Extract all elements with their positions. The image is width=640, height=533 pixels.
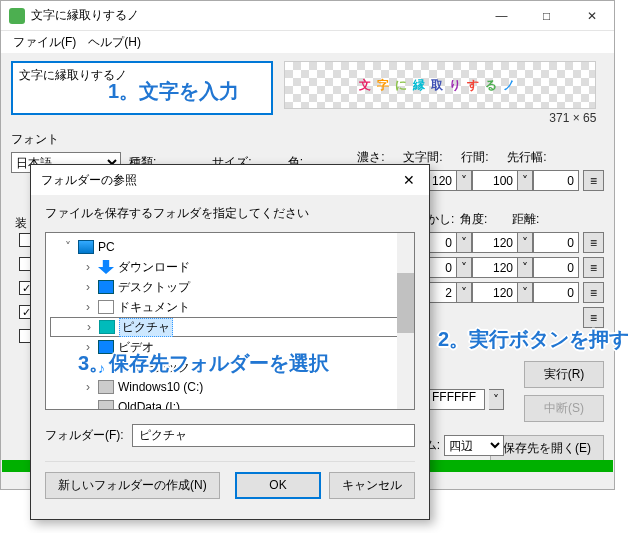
run-button[interactable]: 実行(R)	[524, 361, 604, 388]
lead-input[interactable]: 0	[533, 170, 579, 191]
dialog-titlebar: フォルダーの参照 ✕	[31, 165, 429, 195]
abort-button: 中断(S)	[524, 395, 604, 422]
menu-file[interactable]: ファイル(F)	[9, 32, 80, 53]
folder-field-input[interactable]	[132, 424, 415, 447]
maximize-button[interactable]: □	[524, 1, 569, 31]
preview-text: 文字に縁取りするノ	[285, 62, 595, 108]
tree-node-pc[interactable]: ˅PC	[50, 237, 410, 257]
line-input[interactable]: 100	[472, 170, 518, 191]
tree-node-videos[interactable]: ›ビデオ	[50, 337, 410, 357]
new-folder-button[interactable]: 新しいフォルダーの作成(N)	[45, 472, 220, 499]
open-save-location-button[interactable]: 保存先を開く(E)	[490, 435, 604, 462]
color-hex-input[interactable]: FFFFFF	[427, 389, 485, 410]
preview-area: 文字に縁取りするノ 371 × 65	[284, 61, 596, 125]
menubar: ファイル(F) ヘルプ(H)	[1, 31, 614, 53]
preview-dimensions: 371 × 65	[284, 111, 596, 125]
dialog-title: フォルダーの参照	[41, 172, 389, 189]
dialog-instruction: ファイルを保存するフォルダを指定してください	[45, 205, 415, 222]
window-title: 文字に縁取りするノ	[31, 7, 479, 24]
options-icon[interactable]: ≡	[583, 170, 604, 191]
trim-select[interactable]: 四辺	[444, 435, 504, 456]
tree-scrollbar[interactable]	[397, 233, 414, 409]
tree-node-documents[interactable]: ›ドキュメント	[50, 297, 410, 317]
tree-node-olddata[interactable]: OldData (I:)	[50, 397, 410, 410]
tree-node-downloads[interactable]: ›ダウンロード	[50, 257, 410, 277]
minimize-button[interactable]: —	[479, 1, 524, 31]
cancel-button[interactable]: キャンセル	[329, 472, 415, 499]
folder-field-label: フォルダー(F):	[45, 427, 124, 444]
tree-node-drive-c[interactable]: ›Windows10 (C:)	[50, 377, 410, 397]
titlebar: 文字に縁取りするノ — □ ✕	[1, 1, 614, 31]
menu-help[interactable]: ヘルプ(H)	[84, 32, 145, 53]
app-icon	[9, 8, 25, 24]
tree-scrollbar-thumb[interactable]	[397, 273, 414, 333]
dialog-close-button[interactable]: ✕	[389, 165, 429, 195]
tree-node-desktop[interactable]: ›デスクトップ	[50, 277, 410, 297]
close-button[interactable]: ✕	[569, 1, 614, 31]
tree-node-music[interactable]: ›♪ミュージック	[50, 357, 410, 377]
tree-node-pictures[interactable]: ›ピクチャ	[50, 317, 410, 337]
folder-tree[interactable]: ˅PC ›ダウンロード ›デスクトップ ›ドキュメント ›ピクチャ ›ビデオ ›…	[45, 232, 415, 410]
folder-browse-dialog: フォルダーの参照 ✕ ファイルを保存するフォルダを指定してください ˅PC ›ダ…	[30, 164, 430, 520]
font-label: フォント	[11, 131, 59, 148]
color-dropdown-icon[interactable]: ˅	[489, 389, 504, 410]
ok-button[interactable]: OK	[235, 472, 321, 499]
text-input[interactable]: 文字に縁取りするノ	[11, 61, 273, 115]
preview-canvas: 文字に縁取りするノ	[284, 61, 596, 109]
